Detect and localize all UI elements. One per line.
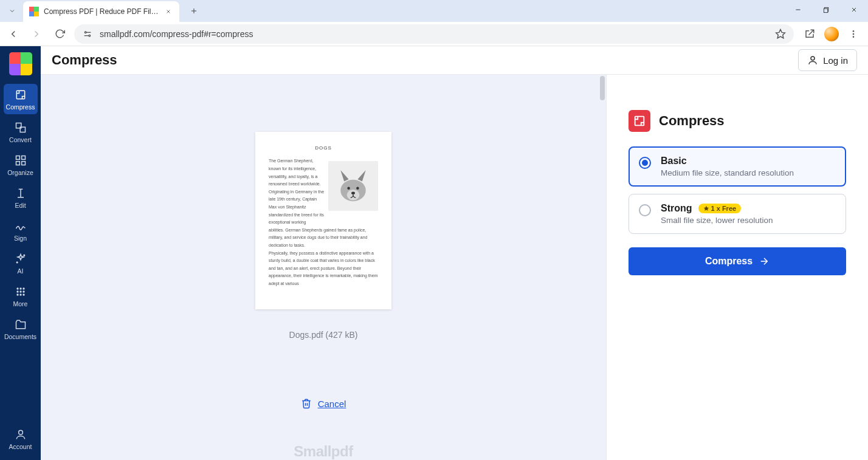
profile-avatar[interactable] (824, 27, 839, 41)
svg-rect-23 (21, 162, 25, 165)
option-basic-title: Basic (661, 156, 687, 166)
cancel-button[interactable]: Cancel (301, 398, 346, 409)
document-canvas: DOGS (41, 75, 607, 460)
svg-point-31 (22, 290, 24, 292)
svg-rect-6 (824, 9, 827, 12)
smallpdf-favicon (29, 7, 39, 16)
rail-item-documents[interactable]: Documents (4, 314, 38, 344)
svg-point-29 (16, 290, 18, 292)
option-basic-subtitle: Medium file size, standard resolution (661, 168, 794, 177)
scrollbar[interactable] (600, 76, 605, 100)
tab-search-dropdown[interactable] (5, 4, 19, 18)
dog-image-icon (331, 163, 376, 208)
svg-point-32 (16, 294, 18, 295)
url-text: smallpdf.com/compress-pdf#r=compress (100, 29, 253, 39)
rail-item-compress[interactable]: Compress (4, 84, 38, 114)
login-button[interactable]: Log in (798, 49, 857, 71)
file-info-label: Dogs.pdf (427 kB) (289, 330, 358, 340)
smallpdf-logo[interactable] (9, 52, 32, 75)
ai-icon (15, 253, 27, 265)
rail-label: Edit (15, 202, 26, 209)
rail-item-more[interactable]: More (4, 281, 38, 311)
rail-label: Convert (9, 136, 32, 143)
nav-forward-button[interactable] (28, 26, 45, 43)
rail-label: Organize (7, 169, 33, 176)
compress-panel-icon (629, 110, 650, 132)
svg-rect-22 (16, 162, 19, 165)
rail-label: More (13, 300, 28, 307)
site-info-icon[interactable] (81, 28, 94, 40)
svg-point-27 (19, 287, 21, 289)
trash-icon (301, 398, 312, 409)
arrow-right-icon (759, 256, 770, 267)
svg-point-34 (22, 294, 24, 295)
tab-close-button[interactable] (164, 7, 173, 16)
svg-point-11 (89, 35, 91, 36)
document-title: DOGS (315, 144, 332, 153)
url-field[interactable]: smallpdf.com/compress-pdf#r=compress (74, 24, 794, 44)
option-strong-title: Strong (661, 203, 692, 214)
panel-header: Compress (629, 110, 846, 132)
nav-back-button[interactable] (5, 26, 22, 43)
rail-item-edit[interactable]: Edit (4, 182, 38, 213)
svg-point-15 (853, 33, 855, 35)
cta-label: Compress (705, 256, 753, 267)
svg-point-26 (16, 287, 18, 289)
radio-strong[interactable] (639, 204, 651, 216)
window-controls (784, 0, 868, 19)
window-minimize-button[interactable] (784, 0, 812, 19)
edit-icon (15, 187, 27, 199)
rail-item-ai[interactable]: AI (4, 248, 38, 278)
browser-menu-icon[interactable] (847, 28, 859, 40)
rail-label: AI (18, 267, 24, 275)
rail-label: Compress (6, 103, 35, 111)
compress-cta-button[interactable]: Compress (629, 247, 846, 275)
documents-icon (15, 318, 27, 331)
document-preview[interactable]: DOGS (255, 132, 391, 309)
nav-reload-button[interactable] (51, 26, 68, 43)
star-icon (703, 205, 709, 211)
workspace: DOGS (41, 75, 868, 460)
option-strong[interactable]: Strong 1 x Free Small file size, lower r… (629, 194, 846, 234)
rail-item-account[interactable]: Account (4, 424, 38, 454)
rail-item-sign[interactable]: Sign (4, 215, 38, 245)
sign-icon (15, 220, 27, 232)
rail-item-convert[interactable]: Convert (4, 117, 38, 147)
options-panel: Compress Basic Medium file size, standar… (607, 75, 868, 460)
radio-basic[interactable] (639, 157, 651, 169)
rail-label: Documents (4, 333, 36, 340)
extensions-icon[interactable] (804, 28, 816, 40)
new-tab-button[interactable] (185, 2, 202, 19)
svg-point-33 (19, 294, 21, 295)
svg-rect-17 (16, 91, 24, 98)
browser-tab-active[interactable]: Compress PDF | Reduce PDF Fil… (23, 1, 179, 22)
app-root: Compress Convert Organize Edit Sign AI M… (0, 46, 868, 460)
svg-point-24 (24, 255, 25, 256)
rail-item-organize[interactable]: Organize (4, 149, 38, 180)
app-header: Compress Log in (41, 46, 868, 75)
free-badge: 1 x Free (698, 204, 742, 213)
rail-label: Sign (14, 235, 27, 242)
svg-rect-20 (16, 156, 19, 160)
svg-point-35 (18, 430, 22, 434)
doc-line: Physically, they possess a distinctive a… (269, 250, 378, 288)
svg-rect-21 (21, 156, 25, 160)
cancel-label: Cancel (318, 399, 346, 409)
more-icon (15, 286, 27, 298)
organize-icon (15, 154, 27, 166)
svg-point-25 (16, 262, 18, 263)
option-basic[interactable]: Basic Medium file size, standard resolut… (629, 146, 846, 187)
bookmark-icon[interactable] (774, 28, 787, 40)
svg-point-16 (853, 36, 855, 38)
document-image (328, 161, 378, 211)
address-bar: smallpdf.com/compress-pdf#r=compress (0, 22, 868, 46)
browser-chrome: Compress PDF | Reduce PDF Fil… smallpdf.… (0, 0, 868, 46)
window-maximize-button[interactable] (812, 0, 840, 19)
page-title: Compress (52, 52, 117, 68)
svg-point-39 (347, 187, 350, 190)
main-area: Compress Log in DOGS (41, 46, 868, 460)
convert-icon (15, 122, 27, 134)
window-close-button[interactable] (840, 0, 868, 19)
rail-label: Account (9, 443, 32, 450)
svg-rect-42 (635, 117, 644, 126)
